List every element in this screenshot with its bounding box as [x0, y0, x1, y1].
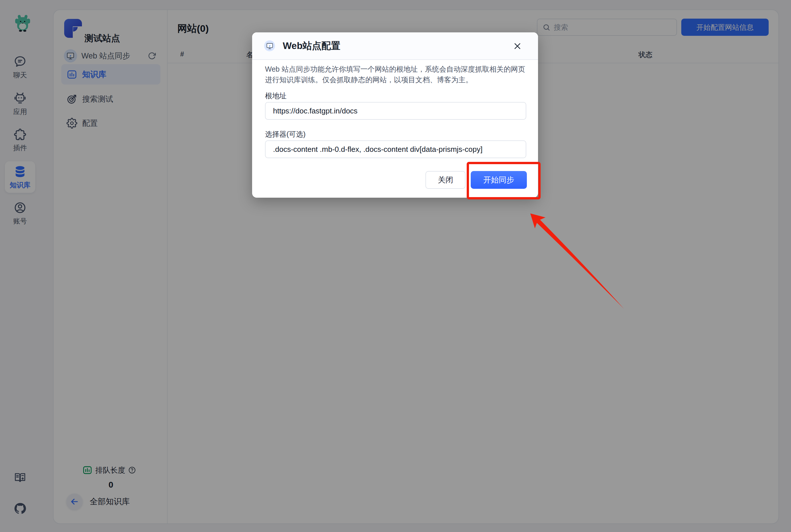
- web-site-config-modal: e Web站点配置 Web 站点同步功能允许你填写一个网站的根地址，系统会自动深…: [252, 32, 538, 198]
- website-config-icon: e: [264, 40, 275, 51]
- selector-input[interactable]: [265, 140, 526, 158]
- modal-description: Web 站点同步功能允许你填写一个网站的根地址，系统会自动深度抓取相关的网页进行…: [265, 64, 528, 85]
- modal-header: e Web站点配置: [252, 32, 538, 60]
- svg-text:e: e: [269, 43, 270, 47]
- root-url-label: 根地址: [265, 91, 287, 100]
- close-icon[interactable]: [512, 40, 523, 52]
- selector-label: 选择器(可选): [265, 130, 306, 139]
- start-sync-button[interactable]: 开始同步: [471, 171, 527, 189]
- close-button[interactable]: 关闭: [425, 171, 466, 189]
- modal-title: Web站点配置: [283, 40, 340, 53]
- root-url-input[interactable]: [265, 102, 526, 120]
